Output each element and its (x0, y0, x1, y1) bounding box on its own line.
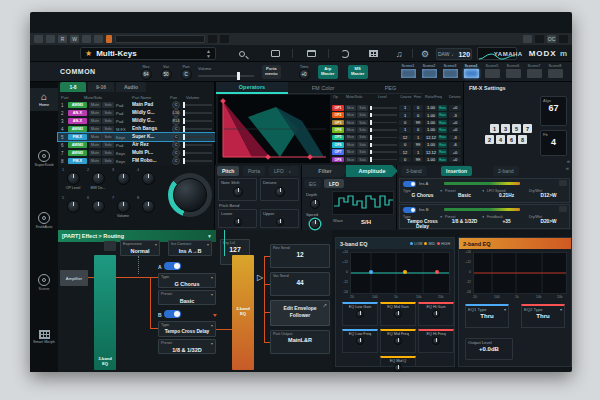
library-button[interactable] (304, 48, 318, 59)
pitch-bend-upper-knob[interactable]: Upper (260, 209, 299, 228)
eq3-graph[interactable] (350, 252, 450, 294)
op-level-slider[interactable] (371, 151, 397, 153)
mute-button[interactable]: Mute (89, 110, 101, 116)
edit-icon[interactable] (559, 180, 567, 186)
op-ratio-value[interactable]: 1.00 (425, 157, 437, 163)
bypass-icon[interactable] (46, 35, 55, 43)
mute-button[interactable]: Mute (89, 134, 101, 140)
op-ratio-mode-chip[interactable]: Ratio (438, 127, 447, 133)
mute-button[interactable]: Mute (89, 142, 101, 148)
op-coarse-value[interactable]: 1 (399, 127, 411, 133)
op-solo-button[interactable]: Solo (357, 105, 368, 111)
solo-button[interactable]: Solo (102, 158, 114, 164)
op-mute-button[interactable]: Mute (345, 149, 356, 155)
portamento-button[interactable]: Portamento (262, 65, 281, 79)
operator-level-graph[interactable] (218, 95, 330, 163)
ins-b-type-dropdown[interactable]: Type▾ Tempo Cross Delay (158, 321, 216, 337)
eq-mid-handle[interactable] (403, 270, 407, 274)
op-ratio-mode-chip[interactable]: Ratio (438, 135, 447, 141)
eq-low-handle[interactable] (369, 270, 373, 274)
pattern-button[interactable] (366, 48, 380, 59)
op-fine-value[interactable]: 0 (413, 127, 423, 133)
op-detune-value[interactable]: +0 (449, 157, 461, 163)
ins-a-enable-toggle[interactable] (403, 181, 416, 187)
eq-param-box[interactable]: EQ Low Freq (342, 329, 378, 353)
write-automation-button[interactable]: W (70, 35, 79, 43)
op-solo-button[interactable]: Solo (357, 127, 368, 133)
part-row[interactable]: 7 AWM2 Mute Solo Keys Multi Pi... C (58, 149, 215, 157)
tab-filter[interactable]: Filter (302, 165, 348, 177)
part-output-box[interactable]: Part Output MainL&R (270, 330, 330, 354)
op-level-slider[interactable] (371, 137, 397, 139)
note-shift-knob[interactable]: Note Shift (218, 178, 257, 201)
op-level-slider[interactable] (371, 114, 397, 116)
wave-value[interactable]: S/H (346, 219, 386, 225)
lfo-depth-knob[interactable] (310, 199, 320, 209)
assignable-knob[interactable]: 3 (112, 169, 134, 186)
performance-name-box[interactable]: ★ Multi-Keys ▲▼ (80, 47, 216, 60)
favorite-icon[interactable]: ★ (85, 49, 92, 58)
part-row[interactable]: 1 AWM2 Mute Solo Pad Main Pad C (58, 101, 215, 109)
solo-button[interactable]: Solo (102, 142, 114, 148)
op-mute-button[interactable]: Mute (345, 112, 356, 118)
detune-knob[interactable]: Detune (260, 178, 299, 201)
op-mute-button[interactable]: Mute (345, 120, 356, 126)
prev-preset-icon[interactable] (208, 35, 217, 43)
op-detune-value[interactable]: +0 (449, 120, 461, 126)
record-dot-icon[interactable] (106, 35, 112, 43)
arp-master-button[interactable]: ArpMaster (318, 65, 338, 79)
op-mute-button[interactable]: Mute (345, 157, 356, 163)
tab-fm-color[interactable]: FM Color (288, 82, 358, 94)
output-level-box[interactable]: Output Level +0.0dB (465, 338, 513, 360)
op-solo-button[interactable]: Solo (357, 112, 368, 118)
op-mute-button[interactable]: Mute (345, 127, 356, 133)
mute-button[interactable]: Mute (89, 102, 101, 108)
ins-b-enable-toggle[interactable] (403, 207, 416, 213)
add-icon[interactable] (94, 35, 103, 43)
next-preset-icon[interactable] (220, 35, 229, 43)
op-level-slider[interactable] (371, 122, 397, 124)
sync-button[interactable] (338, 48, 352, 59)
op-detune-value[interactable]: -3 (449, 135, 461, 141)
assignable-knob[interactable]: 6 (87, 197, 109, 214)
ins-effect-field[interactable]: Type▾ G Chorus (402, 189, 443, 202)
sidebar-item-smart-morph[interactable]: Smart Morph (30, 330, 58, 344)
scene-button[interactable]: Scene3 (440, 64, 460, 78)
eq-param-box[interactable]: EQ Mid Q (380, 356, 416, 367)
op-mute-button[interactable]: Mute (345, 105, 356, 111)
part-row[interactable]: 8 FM-X Mute Solo Keys FM Robo... C (58, 157, 215, 165)
op-mute-button[interactable]: Mute (345, 135, 356, 141)
op-detune-value[interactable]: -3 (449, 112, 461, 118)
op-coarse-value[interactable]: 0 (399, 120, 411, 126)
op-detune-value[interactable]: -6 (449, 142, 461, 148)
op-ratio-mode-chip[interactable]: Ratio (438, 149, 447, 155)
part-pan-knob[interactable]: C (172, 149, 180, 157)
op-ratio-mode-chip[interactable]: Ratio (438, 105, 447, 111)
op-ratio-mode-chip[interactable]: Ratio (438, 142, 447, 148)
sidebar-item-knobauto[interactable]: KnobAuto (30, 212, 58, 229)
tab-amplitude[interactable]: Amplitude (346, 165, 398, 177)
op-detune-value[interactable]: +0 (449, 149, 461, 155)
tab-3band[interactable]: 3-band (401, 166, 427, 176)
scene-button[interactable]: Scene1 (398, 64, 418, 78)
super-knob[interactable] (168, 173, 212, 217)
ins-effect-field[interactable]: Type▾ Tempo Cross Delay (402, 215, 443, 228)
ins-effect-field[interactable]: Dry/Wet D20>W (528, 215, 569, 228)
mute-button[interactable]: Mute (89, 126, 101, 132)
assignable-knob[interactable]: 1 OP Level (62, 169, 84, 190)
op-solo-button[interactable]: Solo (357, 149, 368, 155)
scene-button[interactable]: Scene2 (419, 64, 439, 78)
edit-envelope-follower-button[interactable]: ↗ Edit EnvelopeFollower (270, 300, 330, 326)
op-level-slider[interactable] (371, 129, 397, 131)
keyboard-view-button[interactable] (268, 48, 282, 59)
part-pan-knob[interactable]: C (172, 125, 180, 133)
part-volume-slider[interactable] (184, 144, 212, 146)
keyboard-icon[interactable] (523, 35, 532, 43)
song-button[interactable]: ♫ (392, 48, 406, 59)
op-solo-button[interactable]: Solo (357, 157, 368, 163)
op-ratio-mode-chip[interactable]: Ratio (438, 120, 447, 126)
part-pan-knob[interactable]: C (172, 133, 180, 141)
part-pan-knob[interactable]: L16 (172, 109, 180, 117)
ins-effect-field[interactable]: Dry/Wet D12>W (528, 189, 569, 202)
part-volume-slider[interactable] (184, 128, 212, 130)
